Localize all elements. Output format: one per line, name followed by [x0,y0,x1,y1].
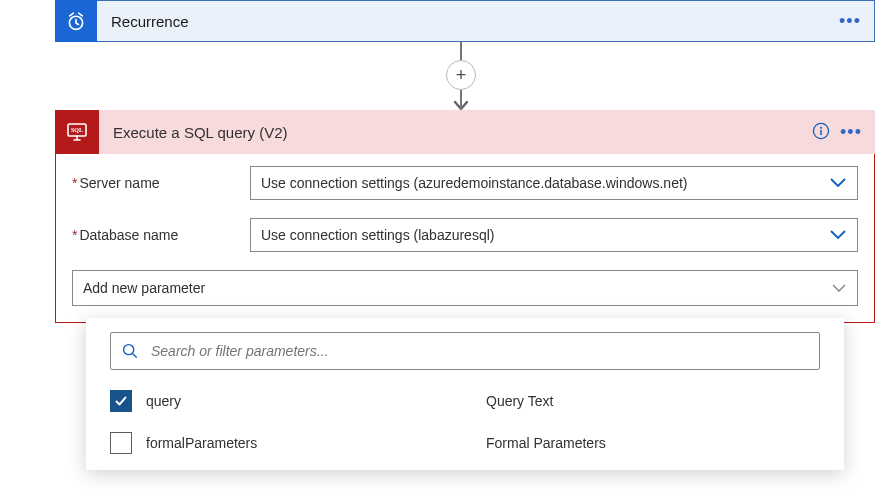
svg-point-6 [124,345,134,355]
svg-point-4 [820,126,822,128]
add-new-parameter-select[interactable]: Add new parameter [72,270,858,306]
sql-action-title: Execute a SQL query (V2) [99,124,807,141]
svg-rect-5 [820,129,821,134]
sql-action-header[interactable]: SQL Execute a SQL query (V2) ••• [55,110,875,154]
param-option-formal-label: formalParameters [146,435,486,451]
svg-text:SQL: SQL [71,127,83,133]
database-name-row: *Database name Use connection settings (… [72,218,858,252]
database-name-label: *Database name [72,227,250,243]
server-name-label-text: Server name [79,175,159,191]
database-name-select[interactable]: Use connection settings (labazuresql) [250,218,858,252]
info-icon[interactable] [807,122,835,143]
sql-action-card: SQL Execute a SQL query (V2) ••• *Server… [55,110,875,323]
parameter-dropdown-panel: query Query Text formalParameters Formal… [86,318,844,470]
add-step-button[interactable]: + [446,60,476,90]
server-name-row: *Server name Use connection settings (az… [72,166,858,200]
database-name-label-text: Database name [79,227,178,243]
param-option-query-desc: Query Text [486,393,820,409]
server-name-label: *Server name [72,175,250,191]
sql-monitor-icon: SQL [55,110,99,154]
param-option-formal-desc: Formal Parameters [486,435,820,451]
chevron-down-icon [831,283,847,293]
chevron-down-icon [829,229,847,241]
database-name-value: Use connection settings (labazuresql) [261,227,494,243]
parameter-search-box[interactable] [110,332,820,370]
clock-icon [55,0,97,42]
server-name-select[interactable]: Use connection settings (azuredemoinstan… [250,166,858,200]
server-name-value: Use connection settings (azuredemoinstan… [261,175,687,191]
param-option-query[interactable]: query Query Text [110,390,820,412]
sql-more-icon[interactable]: ••• [835,122,875,143]
recurrence-title: Recurrence [97,13,834,30]
search-icon [121,342,139,360]
param-option-query-label: query [146,393,486,409]
recurrence-more-icon[interactable]: ••• [834,11,874,32]
recurrence-trigger-card[interactable]: Recurrence ••• [55,0,875,42]
checkbox-unchecked-icon[interactable] [110,432,132,454]
checkbox-checked-icon[interactable] [110,390,132,412]
parameter-search-input[interactable] [149,342,809,360]
param-option-formal-parameters[interactable]: formalParameters Formal Parameters [110,432,820,454]
chevron-down-icon [829,177,847,189]
sql-action-body: *Server name Use connection settings (az… [56,154,874,322]
add-new-parameter-label: Add new parameter [83,280,205,296]
